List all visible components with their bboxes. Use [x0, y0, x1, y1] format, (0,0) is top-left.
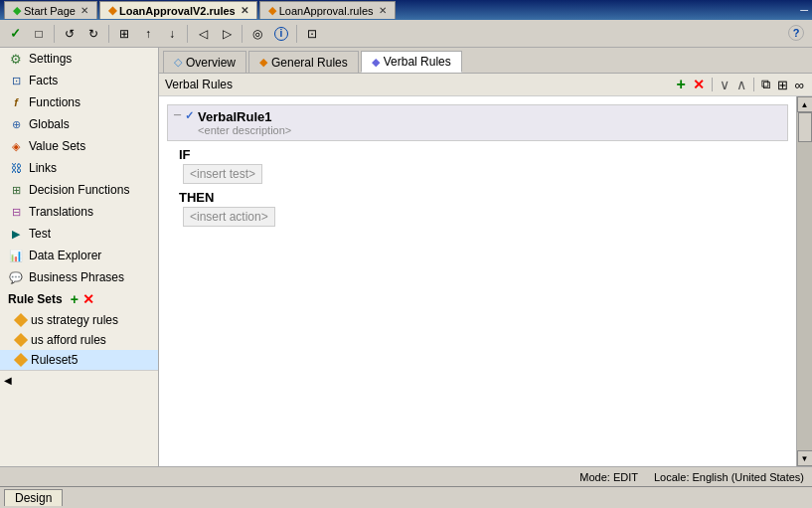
then-section: THEN [171, 190, 784, 205]
toolbar-left-btn[interactable]: ◁ [192, 23, 214, 45]
redo-icon: ↻ [88, 27, 98, 41]
start-page-close[interactable]: ✕ [81, 5, 88, 16]
move-down-icon: ↓ [169, 27, 175, 41]
sidebar-item-test[interactable]: ▶ Test [0, 223, 158, 245]
tab-general-rules[interactable]: ◆ General Rules [248, 51, 359, 73]
sep3 [187, 25, 188, 43]
minimize-button[interactable]: ─ [800, 4, 808, 16]
toolbar-target-btn[interactable]: ◎ [246, 23, 268, 45]
rules-remove-btn[interactable]: ✕ [691, 77, 707, 92]
translations-icon: ⊟ [8, 204, 24, 220]
loanv2-close[interactable]: ✕ [241, 5, 248, 16]
scroll-thumb[interactable] [798, 112, 812, 142]
tab-overview[interactable]: ◇ Overview [163, 51, 246, 73]
loan-label: LoanApproval.rules [279, 5, 374, 17]
ruleset-us-afford[interactable]: us afford rules [0, 330, 158, 350]
loan-close[interactable]: ✕ [379, 5, 387, 16]
toolbar-down-btn[interactable]: ↓ [161, 23, 183, 45]
insert-test-area[interactable]: <insert test> [183, 164, 772, 184]
rulesets-label: Rule Sets [8, 292, 63, 306]
main-layout: ⚙ Settings ⊡ Facts f Functions ⊕ Globals… [0, 48, 812, 466]
rule-collapse-btn[interactable]: ─ [174, 109, 181, 120]
sidebar-item-functions[interactable]: f Functions [0, 91, 158, 113]
test-icon: ▶ [8, 226, 24, 242]
ruleset-ruleset5[interactable]: Ruleset5 [0, 350, 158, 370]
sidebar-item-dataexplorer[interactable]: 📊 Data Explorer [0, 245, 158, 266]
bottom-tab-design[interactable]: Design [4, 489, 63, 506]
settings-icon: ⚙ [8, 51, 24, 67]
rule-checkbox-icon[interactable]: ✓ [185, 109, 194, 122]
dataexplorer-label: Data Explorer [29, 249, 101, 262]
scroll-up-btn[interactable]: ▲ [797, 96, 813, 112]
rules-content-layout: ─ ✓ VerbalRule1 <enter description> IF <… [159, 96, 812, 466]
toolbar-table-btn[interactable]: ⊡ [301, 23, 323, 45]
sidebar-expand-btn[interactable]: ◀ [4, 375, 12, 386]
rulesets-add-btn[interactable]: + [71, 291, 79, 307]
ruleset-ruleset5-label: Ruleset5 [31, 353, 78, 367]
insert-action-area[interactable]: <insert action> [183, 207, 772, 227]
dataexplorer-icon: 📊 [8, 248, 24, 263]
rules-paste-from-btn[interactable]: ⊞ [775, 78, 790, 92]
rules-copy-to-btn[interactable]: ⧉ [759, 77, 772, 92]
content-tabs-bar: ◇ Overview ◆ General Rules ◆ Verbal Rule… [159, 48, 812, 74]
general-rules-tab-icon: ◆ [259, 56, 267, 69]
rules-panel: Verbal Rules + ✕ ∨ ∧ ⧉ ⊞ ∞ ─ [159, 74, 812, 466]
loanv2-icon: ◆ [108, 4, 116, 17]
rule-info: VerbalRule1 <enter description> [198, 109, 291, 136]
sidebar: ⚙ Settings ⊡ Facts f Functions ⊕ Globals… [0, 48, 159, 466]
rules-link-btn[interactable]: ∞ [793, 78, 806, 92]
if-label: IF [179, 147, 191, 162]
rules-add-btn[interactable]: + [674, 77, 687, 92]
sidebar-item-facts[interactable]: ⊡ Facts [0, 70, 158, 91]
status-locale: Locale: English (United States) [654, 471, 804, 483]
verbal-rules-tab-icon: ◆ [372, 56, 380, 69]
title-bar: ◆ Start Page ✕ ◆ LoanApprovalV2.rules ✕ … [0, 0, 812, 20]
left-icon: ◁ [199, 27, 208, 41]
functions-label: Functions [29, 95, 81, 109]
sidebar-item-decisionfunctions[interactable]: ⊞ Decision Functions [0, 179, 158, 201]
ruleset-us-strategy-label: us strategy rules [31, 313, 118, 327]
toolbar-checkmark-btn[interactable]: ✓ [4, 23, 26, 45]
rules-move-up-btn[interactable]: ∧ [734, 77, 748, 92]
content-area: ◇ Overview ◆ General Rules ◆ Verbal Rule… [159, 48, 812, 466]
then-label: THEN [179, 190, 214, 205]
ruleset-diamond-icon2 [14, 333, 28, 347]
scroll-down-btn[interactable]: ▼ [797, 450, 813, 466]
scroll-track[interactable] [797, 112, 812, 450]
ruleset-us-afford-label: us afford rules [31, 333, 106, 347]
tab-verbal-rules[interactable]: ◆ Verbal Rules [361, 51, 462, 73]
sidebar-item-translations[interactable]: ⊟ Translations [0, 201, 158, 223]
tab-loanv2[interactable]: ◆ LoanApprovalV2.rules ✕ [99, 1, 257, 19]
toolbar-info-btn[interactable]: i [270, 23, 292, 45]
sidebar-item-globals[interactable]: ⊕ Globals [0, 113, 158, 135]
overview-tab-icon: ◇ [174, 56, 182, 69]
rules-sep1 [712, 78, 713, 91]
toolbar-help-btn[interactable]: ? [784, 23, 808, 45]
sep4 [242, 25, 243, 43]
general-rules-tab-label: General Rules [271, 56, 348, 70]
toolbar-new-btn[interactable]: □ [28, 23, 50, 45]
toolbar-redo-btn[interactable]: ↻ [82, 23, 104, 45]
rulesets-header: Rule Sets + ✕ [0, 288, 158, 310]
sidebar-item-valuesets[interactable]: ◈ Value Sets [0, 135, 158, 157]
ruleset-us-strategy[interactable]: us strategy rules [0, 310, 158, 330]
vertical-scrollbar[interactable]: ▲ ▼ [796, 96, 812, 466]
toolbar-grid-btn[interactable]: ⊞ [113, 23, 135, 45]
sidebar-item-businessphrases[interactable]: 💬 Business Phrases [0, 266, 158, 288]
businessphrases-label: Business Phrases [29, 270, 124, 284]
status-bar: Mode: EDIT Locale: English (United State… [0, 466, 812, 486]
tab-loan[interactable]: ◆ LoanApproval.rules ✕ [259, 1, 396, 19]
toolbar-up-btn[interactable]: ↑ [137, 23, 159, 45]
sidebar-item-links[interactable]: ⛓ Links [0, 157, 158, 179]
toolbar-right-btn[interactable]: ▷ [216, 23, 238, 45]
tab-start-page[interactable]: ◆ Start Page ✕ [4, 1, 97, 19]
sidebar-item-settings[interactable]: ⚙ Settings [0, 48, 158, 70]
title-bar-tabs: ◆ Start Page ✕ ◆ LoanApprovalV2.rules ✕ … [4, 1, 800, 19]
businessphrases-icon: 💬 [8, 269, 24, 285]
info-icon: i [274, 27, 288, 41]
rules-move-down-btn[interactable]: ∨ [718, 77, 731, 92]
rulesets-remove-btn[interactable]: ✕ [82, 291, 94, 307]
toolbar-undo-btn[interactable]: ↺ [59, 23, 81, 45]
start-page-label: Start Page [24, 5, 76, 17]
rule-name: VerbalRule1 [198, 109, 271, 124]
